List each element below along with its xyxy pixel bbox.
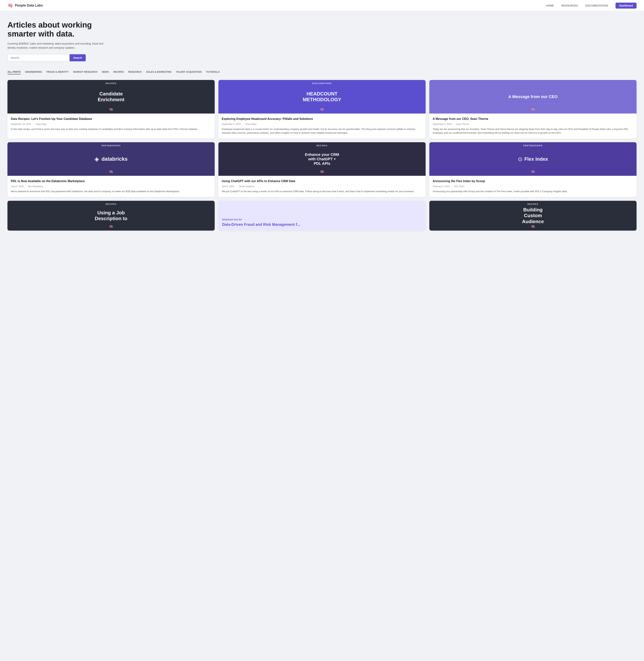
filter-all-posts[interactable]: ALL POSTS [7,71,21,74]
article-card-candidate-enrichment[interactable]: RECIPES CandidateEnrichment 🧠 Data Recip… [7,80,215,138]
databricks-icon: ◈ [94,156,99,163]
brand: 🧠 People Data Labs [7,3,43,8]
card-title: Announcing the Flex Index by Scoop [433,179,633,183]
pdl-logo-icon: 🧠 [320,108,324,112]
divider: | [243,123,243,126]
card-image-title: Using a JobDescription to [91,210,131,222]
divider: | [33,123,33,126]
article-card-databricks[interactable]: PARTNERSHIPS ◈ databricks 🧠 PDL is Now A… [7,142,215,197]
card-category-label: PARTNERSHIPS [101,144,120,147]
articles-grid: RECIPES CandidateEnrichment 🧠 Data Recip… [7,80,637,231]
card-title: PDL is Now Available on the Databricks M… [11,179,211,183]
card-excerpt: We're pleased to announce that PDL has p… [11,189,211,193]
filter-engineering[interactable]: ENGINEERING [25,71,42,74]
card-excerpt: Employee headcount data is a crucial met… [222,127,422,135]
filter-sales-marketing[interactable]: SALES & MARKETING [146,71,171,74]
divider: | [452,185,452,188]
pdl-logo-icon: 🧠 [531,108,535,112]
filter-research[interactable]: RESEARCH [129,71,142,74]
hero-subtitle: Covering B2B/B2C sales and marketing, ta… [7,42,105,50]
flex-icon: ⊙ [518,156,523,162]
article-card-headcount[interactable]: EXPLORATIONS HEADCOUNTMETHODOLOGY 🧠 Expl… [218,80,426,138]
pdl-logo-icon: 🧠 [531,225,535,229]
card-author: Sean Thorne [456,123,469,126]
article-card-chatgpt-crm[interactable]: RECIPES Enhance your CRMwith ChatGPT +PD… [218,142,426,197]
nav-home[interactable]: HOME [546,4,554,7]
pdl-logo-icon: 🧠 [109,225,113,229]
search-input[interactable] [7,54,69,61]
card-meta: June 8, 2023 | Ben Eisenberg [11,185,211,188]
hero-title: Articles about working smarter with data… [7,21,105,39]
pdl-logo-icon: 🧠 [320,170,324,174]
article-card-custom-audience[interactable]: RECIPES BuildingCustomAudience 🧠 [429,201,637,231]
card-category-label: RECIPES [106,203,117,205]
databricks-text: databricks [101,156,128,162]
card-image-headcount: EXPLORATIONS HEADCOUNTMETHODOLOGY 🧠 [218,80,426,114]
filter-talent-acquisition[interactable]: TALENT ACQUISITION [176,71,202,74]
card-excerpt: Today we are announcing that our founder… [433,127,633,135]
card-excerpt: In this data recipe, you'll find a quick… [11,127,211,131]
card-body: PDL is Now Available on the Databricks M… [7,176,215,197]
card-body: Exploring Employee Headcount Accuracy: P… [218,114,426,138]
nav-links: HOME RESOURCES DOCUMENTATION Dashboard [546,3,637,8]
databricks-logo: ◈ databricks [94,156,128,163]
card-date: September 5, 2024 [222,123,241,126]
nav-resources[interactable]: RESOURCES [561,4,578,7]
webinar-tag: WEBINAR RECAP [222,219,242,221]
card-meta: September 5, 2024 | Vinay Rajur [222,123,422,126]
search-bar: Search [7,54,86,61]
nav-documentation[interactable]: DOCUMENTATION [585,4,608,7]
card-excerpt: Announcing our partnership with Scoop an… [433,189,633,193]
card-meta: September 16, 2024 | Vinay Rajur [11,123,211,126]
pdl-logo-icon: 🧠 [109,170,113,174]
card-date: June 8, 2023 [11,185,24,188]
card-author: Jacob Langholz [239,185,254,188]
card-title: Data Recipes: Let's Freshen Up Your Cand… [11,117,211,121]
search-button[interactable]: Search [69,54,86,61]
articles-container: RECIPES CandidateEnrichment 🧠 Data Recip… [0,76,644,238]
card-image-ceo: A Message from our CEO 🧠 [429,80,637,114]
card-image-title: HEADCOUNTMETHODOLOGY [299,91,345,102]
card-image-job: RECIPES Using a JobDescription to 🧠 [7,201,215,231]
filter-news[interactable]: NEWS [102,71,109,74]
webinar-title: Data-Driven Fraud and Risk Management f.… [222,222,300,227]
card-image-flex: PARTNERSHIPS ⊙ Flex Index 🧠 [429,142,637,176]
card-body: Announcing the Flex Index by Scoop Febru… [429,176,637,197]
card-body: Using ChatGPT with our APIs to Enhance C… [218,176,426,197]
card-title: Exploring Employee Headcount Accuracy: P… [222,117,422,121]
filter-tabs: ALL POSTS ENGINEERING FRAUD & IDENTITY M… [0,67,644,76]
article-card-webinar-fraud[interactable]: WEBINAR RECAP Data-Driven Fraud and Risk… [218,201,426,231]
brand-icon: 🧠 [7,3,13,8]
card-category-label: PARTNERSHIPS [523,144,543,147]
card-title: Using ChatGPT with our APIs to Enhance C… [222,179,422,183]
card-image-webinar: WEBINAR RECAP Data-Driven Fraud and Risk… [218,201,426,231]
filter-tutorials[interactable]: TUTORIALS [206,71,220,74]
card-image-audience: RECIPES BuildingCustomAudience 🧠 [429,201,637,231]
article-card-ceo[interactable]: A Message from our CEO 🧠 A Message from … [429,80,637,138]
card-meta: February 8, 2023 | PDL Team [433,185,633,188]
divider: | [454,123,454,126]
card-author: PDL Team [454,185,464,188]
card-date: September 16, 2024 [11,123,31,126]
card-body: A Message from our CEO, Sean Thorne Sept… [429,114,637,138]
article-card-job-description[interactable]: RECIPES Using a JobDescription to 🧠 [7,201,215,231]
pdl-logo-icon: 🧠 [531,170,535,174]
card-meta: September 2, 2024 | Sean Thorne [433,123,633,126]
card-image-databricks: PARTNERSHIPS ◈ databricks 🧠 [7,142,215,176]
card-meta: April 5, 2023 | Jacob Langholz [222,185,422,188]
article-card-flex-index[interactable]: PARTNERSHIPS ⊙ Flex Index 🧠 Announcing t… [429,142,637,197]
card-date: April 5, 2023 [222,185,234,188]
filter-recipes[interactable]: RECIPES [114,71,124,74]
filter-market-research[interactable]: MARKET RESEARCH [73,71,97,74]
pdl-logo-icon: 🧠 [109,108,113,112]
card-image-chatgpt: RECIPES Enhance your CRMwith ChatGPT +PD… [218,142,426,176]
card-excerpt: We put ChatGPT to the test using a serie… [222,189,422,193]
card-image-title: CandidateEnrichment [94,91,128,102]
card-author: Vinay Rajur [245,123,257,126]
filter-fraud-identity[interactable]: FRAUD & IDENTITY [46,71,69,74]
dashboard-button[interactable]: Dashboard [616,3,637,8]
divider: | [25,185,26,188]
card-title: A Message from our CEO, Sean Thorne [433,117,633,121]
card-date: February 8, 2023 [433,185,450,188]
brand-name: People Data Labs [15,3,43,7]
